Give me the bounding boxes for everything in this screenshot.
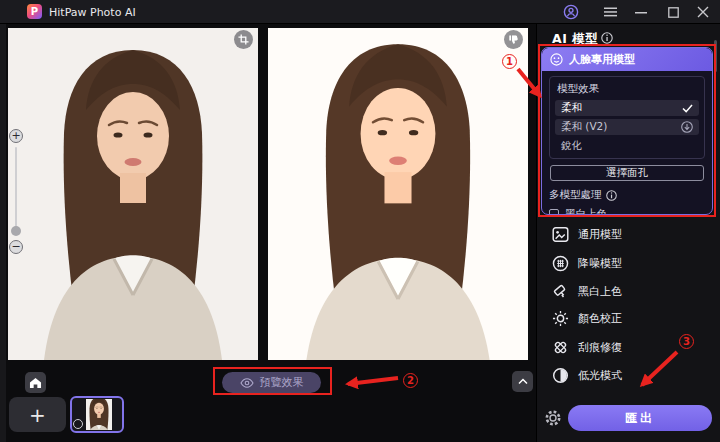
thumbs-down-icon [508, 34, 519, 45]
chevron-up-icon [518, 378, 528, 385]
annotation-step-1: 1 [502, 54, 517, 69]
sidebar-item-label: 黑白上色 [578, 284, 622, 299]
ai-models-info-icon[interactable] [601, 32, 613, 44]
crop-icon [238, 34, 249, 45]
low-light-icon [552, 367, 569, 384]
original-image-panel [8, 28, 258, 360]
face-detect-badge-icon [73, 419, 83, 429]
dislike-feedback-button[interactable] [504, 30, 523, 49]
app-title: HitPaw Photo AI [49, 6, 136, 19]
sidebar-item-label: 低光模式 [578, 368, 622, 383]
close-icon [697, 6, 709, 18]
annotation-box-preview [213, 367, 332, 395]
account-button[interactable] [561, 2, 581, 22]
settings-gear-icon[interactable] [544, 409, 562, 427]
export-button[interactable]: 匯出 [568, 405, 712, 431]
sidebar-item-denoise-model[interactable]: 降噪模型 [552, 254, 622, 272]
home-button[interactable] [25, 372, 46, 393]
title-bar: P HitPaw Photo AI [0, 0, 720, 24]
zoom-slider-knob[interactable] [11, 226, 21, 236]
scratch-repair-icon [552, 339, 569, 356]
maximize-button[interactable] [663, 2, 683, 22]
enhanced-image-panel [268, 28, 528, 360]
canvas-left-strip [0, 24, 6, 442]
image-thumbnail[interactable] [70, 396, 124, 433]
sidebar-item-label: 刮痕修復 [578, 340, 622, 355]
sidebar-item-color-correction[interactable]: 顏色校正 [552, 309, 622, 327]
sidebar-item-label: 顏色校正 [578, 311, 622, 326]
enhanced-portrait-image [268, 28, 528, 360]
collapse-panel-button[interactable] [512, 371, 533, 392]
add-image-button[interactable]: + [9, 397, 66, 432]
colorize-model-icon [552, 283, 569, 300]
home-icon [29, 377, 42, 389]
minimize-button[interactable] [631, 2, 651, 22]
sidebar-item-low-light[interactable]: 低光模式 [552, 366, 622, 384]
general-model-icon [552, 226, 569, 243]
color-correction-icon [552, 310, 569, 327]
maximize-icon [668, 7, 679, 18]
sidebar-item-label: 通用模型 [578, 227, 622, 242]
annotation-step-3: 3 [679, 334, 694, 349]
menu-button[interactable] [600, 2, 620, 22]
account-icon [563, 4, 579, 20]
annotation-step-2: 2 [403, 373, 418, 388]
zoom-slider-track[interactable] [15, 147, 17, 229]
sidebar-item-label: 降噪模型 [578, 256, 622, 271]
annotation-box-face-panel [538, 44, 716, 217]
denoise-model-icon [552, 255, 569, 272]
minimize-icon [635, 6, 647, 18]
hamburger-menu-icon [604, 7, 617, 17]
thumbnail-portrait-image [86, 399, 112, 430]
app-window: P HitPaw Photo AI [0, 0, 720, 442]
thumbnail-photo [86, 399, 112, 430]
zoom-in-button[interactable]: + [9, 129, 23, 143]
crop-button[interactable] [234, 30, 253, 49]
sidebar-item-scratch-repair[interactable]: 刮痕修復 [552, 338, 622, 356]
app-logo-icon: P [27, 4, 42, 19]
zoom-out-button[interactable]: − [9, 240, 23, 254]
close-button[interactable] [693, 2, 713, 22]
sidebar-item-general-model[interactable]: 通用模型 [552, 225, 622, 243]
sidebar-item-colorize-model[interactable]: 黑白上色 [552, 282, 622, 300]
original-portrait-image [8, 28, 258, 360]
